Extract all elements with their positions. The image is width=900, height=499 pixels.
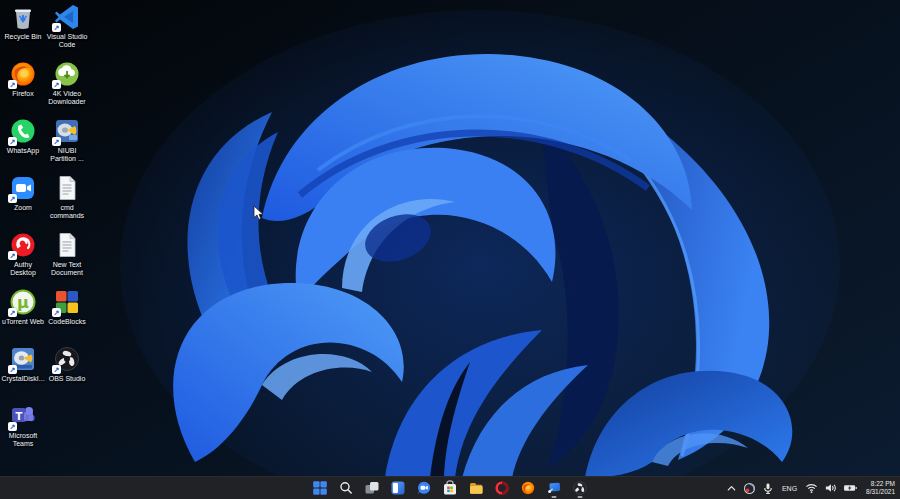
search-button[interactable] (334, 478, 358, 498)
running-indicator (552, 496, 557, 498)
microsoft-store-button[interactable] (438, 478, 462, 498)
running-indicator (578, 496, 583, 498)
obs-tray-icon[interactable] (743, 482, 756, 495)
wallpaper-bloom (0, 0, 900, 499)
shortcut-arrow-icon: ↗ (52, 80, 61, 89)
desktop-icon-label: CrystalDiskI... (1, 375, 45, 383)
system-tray: ENG 8:22 PM 8/31/2021 (726, 477, 900, 499)
chat-button[interactable] (412, 478, 436, 498)
tray-time: 8:22 PM (866, 480, 895, 488)
hidden-icons-chevron[interactable] (726, 483, 737, 494)
firefox-taskbar-button[interactable] (516, 478, 540, 498)
screen-pen-icon (546, 480, 562, 496)
recycle-bin-icon (9, 3, 37, 31)
chat-icon (416, 480, 432, 496)
start-button[interactable] (308, 478, 332, 498)
opera-icon (494, 480, 510, 496)
file-explorer-button[interactable] (464, 478, 488, 498)
taskbar-center-icons (308, 477, 592, 499)
shortcut-arrow-icon: ↗ (52, 137, 61, 146)
desktop-icon-label: New Text Document (45, 261, 89, 277)
search-icon (338, 480, 354, 496)
shortcut-arrow-icon: ↗ (8, 194, 17, 203)
file-explorer-icon (468, 480, 484, 496)
desktop-icon-label: cmd commands (45, 204, 89, 220)
desktop-icon-label: CodeBlocks (45, 318, 89, 326)
obs-studio-icon (572, 480, 588, 496)
desktop-icon-label: Authy Desktop (1, 261, 45, 277)
desktop-icon-new-text-document[interactable]: New Text Document (45, 231, 89, 277)
language-indicator[interactable]: ENG (780, 485, 799, 492)
desktop-icon-recycle-bin[interactable]: Recycle Bin (1, 3, 45, 41)
svg-text:µ: µ (17, 293, 29, 312)
desktop-icon-utorrent-web[interactable]: µ↗ uTorrent Web (1, 288, 45, 326)
opera-button[interactable] (490, 478, 514, 498)
text-document-icon (53, 231, 81, 259)
desktop-icon-visual-studio-code[interactable]: ↗ Visual Studio Code (45, 3, 89, 49)
desktop-icon-codeblocks[interactable]: ↗ CodeBlocks (45, 288, 89, 326)
desktop-icon-crystaldiskinfo[interactable]: ↗ CrystalDiskI... (1, 345, 45, 383)
shortcut-arrow-icon: ↗ (8, 422, 17, 431)
wifi-icon[interactable] (805, 482, 818, 494)
desktop-icon-label: Visual Studio Code (45, 33, 89, 49)
desktop-icon-whatsapp[interactable]: ↗ WhatsApp (1, 117, 45, 155)
task-view-icon (364, 480, 380, 496)
widgets-icon (390, 480, 406, 496)
desktop-icon-label: Zoom (1, 204, 45, 212)
firefox-icon (520, 480, 536, 496)
desktop-icon-label: Firefox (1, 90, 45, 98)
mouse-cursor (253, 205, 264, 221)
shortcut-arrow-icon: ↗ (8, 137, 17, 146)
desktop-icon-label: OBS Studio (45, 375, 89, 383)
clock[interactable]: 8:22 PM 8/31/2021 (864, 480, 895, 496)
widgets-button[interactable] (386, 478, 410, 498)
shortcut-arrow-icon: ↗ (8, 365, 17, 374)
microsoft-store-icon (442, 480, 458, 496)
desktop-icon-label: NIUBI Partition ... (45, 147, 89, 163)
tray-date: 8/31/2021 (866, 488, 895, 496)
desktop-icon-authy-desktop[interactable]: ↗ Authy Desktop (1, 231, 45, 277)
windows-11-desktop: { "os": "Windows 11 desktop", "wallpaper… (0, 0, 900, 499)
text-document-icon (53, 174, 81, 202)
desktop-icon-obs-studio[interactable]: ↗ OBS Studio (45, 345, 89, 383)
desktop-icon-label: Recycle Bin (1, 33, 45, 41)
desktop-icon-cmd-commands[interactable]: cmd commands (45, 174, 89, 220)
shortcut-arrow-icon: ↗ (8, 251, 17, 260)
desktop-icon-label: Microsoft Teams (1, 432, 45, 448)
shortcut-arrow-icon: ↗ (52, 365, 61, 374)
shortcut-arrow-icon: ↗ (52, 308, 61, 317)
svg-text:T: T (16, 411, 23, 422)
shortcut-arrow-icon: ↗ (52, 23, 61, 32)
microphone-icon[interactable] (762, 482, 774, 495)
windows-logo-icon (312, 480, 328, 496)
desktop-icon-niubi-partition[interactable]: ↗ NIUBI Partition ... (45, 117, 89, 163)
desktop-icon-label: WhatsApp (1, 147, 45, 155)
shortcut-arrow-icon: ↗ (8, 308, 17, 317)
desktop-icon-4k-video-downloader[interactable]: ↗ 4K Video Downloader (45, 60, 89, 106)
desktop-icon-label: uTorrent Web (1, 318, 45, 326)
shortcut-arrow-icon: ↗ (8, 80, 17, 89)
task-view-button[interactable] (360, 478, 384, 498)
taskbar: ENG 8:22 PM 8/31/2021 (0, 476, 900, 499)
desktop-icon-label: 4K Video Downloader (45, 90, 89, 106)
obs-studio-taskbar-button[interactable] (568, 478, 592, 498)
battery-charging-icon[interactable] (843, 482, 858, 494)
screen-pen-tool-button[interactable] (542, 478, 566, 498)
desktop-icon-firefox[interactable]: ↗ Firefox (1, 60, 45, 98)
desktop-icon-zoom[interactable]: ↗ Zoom (1, 174, 45, 212)
desktop-icon-microsoft-teams[interactable]: T↗ Microsoft Teams (1, 402, 45, 448)
volume-icon[interactable] (824, 482, 837, 494)
